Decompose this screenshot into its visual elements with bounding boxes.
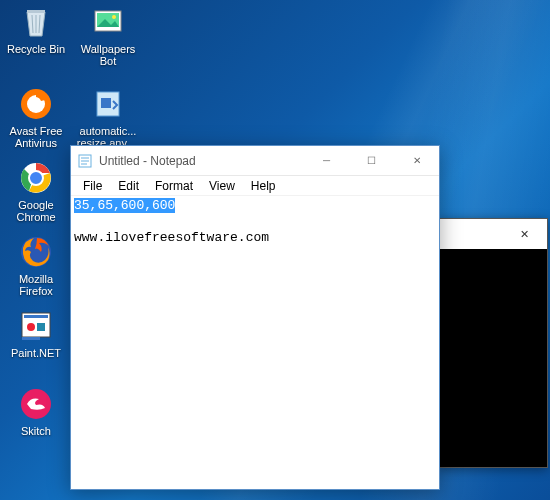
minimize-button[interactable]: ─ <box>304 146 349 175</box>
desktop-icon-avast[interactable]: Avast Free Antivirus <box>0 82 72 150</box>
icon-label: Avast Free Antivirus <box>2 124 70 150</box>
recycle-bin-icon <box>16 2 56 42</box>
background-window-titlebar[interactable]: ✕ <box>439 219 547 249</box>
svg-point-14 <box>27 323 35 331</box>
file-icon <box>88 84 128 124</box>
notepad-icon <box>77 153 93 169</box>
avast-icon <box>16 84 56 124</box>
desktop-icon-file[interactable]: automatic... resize any ... <box>72 82 144 150</box>
titlebar[interactable]: Untitled - Notepad ─ ☐ ✕ <box>71 146 439 176</box>
skitch-icon <box>16 384 56 424</box>
svg-rect-13 <box>24 315 48 318</box>
menu-help[interactable]: Help <box>243 178 284 194</box>
svg-point-17 <box>21 389 51 419</box>
menu-file[interactable]: File <box>75 178 110 194</box>
icon-label: Skitch <box>19 424 53 438</box>
maximize-button[interactable]: ☐ <box>349 146 394 175</box>
chrome-icon <box>16 158 56 198</box>
desktop-icon-recycle-bin[interactable]: Recycle Bin <box>0 0 72 68</box>
menu-format[interactable]: Format <box>147 178 201 194</box>
icon-label: Wallpapers Bot <box>74 42 142 68</box>
menubar: File Edit Format View Help <box>71 176 439 196</box>
svg-rect-1 <box>27 10 45 13</box>
text-line: www.ilovefreesoftware.com <box>74 230 269 245</box>
svg-rect-16 <box>22 337 40 340</box>
close-button[interactable]: ✕ <box>394 146 439 175</box>
selected-text: 35,65,600,600 <box>74 198 175 213</box>
background-window[interactable]: ✕ <box>438 218 548 468</box>
wallpapersbot-icon <box>88 2 128 42</box>
window-title: Untitled - Notepad <box>99 154 304 168</box>
desktop-icon-paintnet[interactable]: Paint.NET <box>0 304 72 372</box>
svg-rect-23 <box>101 98 111 108</box>
icon-label: Google Chrome <box>2 198 70 224</box>
icon-label: Recycle Bin <box>5 42 67 56</box>
icon-label: Paint.NET <box>9 346 63 360</box>
menu-edit[interactable]: Edit <box>110 178 147 194</box>
desktop-icon-firefox[interactable]: Mozilla Firefox <box>0 230 72 298</box>
paintnet-icon <box>16 306 56 346</box>
svg-point-21 <box>112 15 116 19</box>
desktop-icon-wallpapersbot[interactable]: Wallpapers Bot <box>72 0 144 68</box>
icon-label: Mozilla Firefox <box>2 272 70 298</box>
svg-rect-15 <box>37 323 45 331</box>
text-area[interactable]: 35,65,600,600 www.ilovefreesoftware.com <box>71 196 439 489</box>
menu-view[interactable]: View <box>201 178 243 194</box>
firefox-icon <box>16 232 56 272</box>
notepad-window[interactable]: Untitled - Notepad ─ ☐ ✕ File Edit Forma… <box>70 145 440 490</box>
close-button[interactable]: ✕ <box>502 219 547 249</box>
desktop-icon-skitch[interactable]: Skitch <box>0 382 72 450</box>
desktop-icon-chrome[interactable]: Google Chrome <box>0 156 72 224</box>
